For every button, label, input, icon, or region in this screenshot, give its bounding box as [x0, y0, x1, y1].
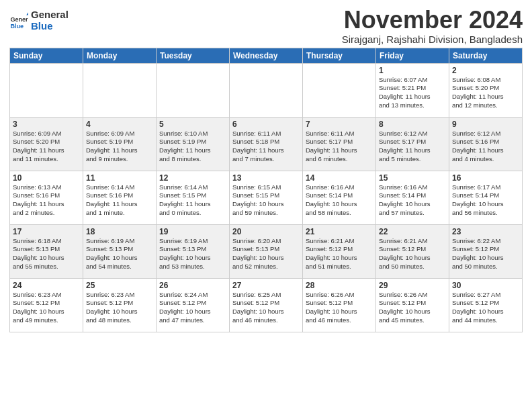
- location-title: Sirajganj, Rajshahi Division, Bangladesh: [342, 34, 523, 45]
- day-info: Sunrise: 6:21 AM Sunset: 5:12 PM Dayligh…: [306, 237, 373, 271]
- table-row: 1Sunrise: 6:07 AM Sunset: 5:21 PM Daylig…: [376, 63, 449, 117]
- day-info: Sunrise: 6:11 AM Sunset: 5:17 PM Dayligh…: [306, 130, 373, 164]
- col-thursday: Thursday: [303, 48, 376, 63]
- col-sunday: Sunday: [10, 48, 83, 63]
- calendar-week-row: 3Sunrise: 6:09 AM Sunset: 5:20 PM Daylig…: [10, 117, 523, 171]
- day-info: Sunrise: 6:11 AM Sunset: 5:18 PM Dayligh…: [232, 130, 300, 164]
- table-row: 12Sunrise: 6:14 AM Sunset: 5:15 PM Dayli…: [157, 171, 230, 224]
- table-row: 7Sunrise: 6:11 AM Sunset: 5:17 PM Daylig…: [303, 117, 376, 171]
- day-info: Sunrise: 6:26 AM Sunset: 5:12 PM Dayligh…: [379, 291, 446, 325]
- table-row: 15Sunrise: 6:16 AM Sunset: 5:14 PM Dayli…: [376, 171, 449, 224]
- table-row: 8Sunrise: 6:12 AM Sunset: 5:17 PM Daylig…: [376, 117, 449, 171]
- logo: General Blue General Blue: [9, 9, 69, 32]
- table-row: 3Sunrise: 6:09 AM Sunset: 5:20 PM Daylig…: [10, 117, 83, 171]
- day-info: Sunrise: 6:12 AM Sunset: 5:16 PM Dayligh…: [452, 130, 519, 164]
- day-number: 8: [379, 120, 446, 129]
- table-row: 11Sunrise: 6:14 AM Sunset: 5:16 PM Dayli…: [83, 171, 157, 224]
- day-number: 6: [232, 120, 300, 129]
- day-number: 30: [452, 281, 519, 290]
- calendar-week-row: 10Sunrise: 6:13 AM Sunset: 5:16 PM Dayli…: [10, 171, 523, 224]
- day-info: Sunrise: 6:25 AM Sunset: 5:12 PM Dayligh…: [232, 291, 300, 325]
- table-row: 25Sunrise: 6:23 AM Sunset: 5:12 PM Dayli…: [83, 278, 157, 332]
- table-row: 18Sunrise: 6:19 AM Sunset: 5:13 PM Dayli…: [83, 224, 157, 278]
- day-info: Sunrise: 6:10 AM Sunset: 5:19 PM Dayligh…: [159, 130, 226, 164]
- day-info: Sunrise: 6:16 AM Sunset: 5:14 PM Dayligh…: [379, 183, 446, 218]
- table-row: 20Sunrise: 6:20 AM Sunset: 5:13 PM Dayli…: [230, 224, 303, 278]
- table-row: 10Sunrise: 6:13 AM Sunset: 5:16 PM Dayli…: [10, 171, 83, 224]
- day-info: Sunrise: 6:27 AM Sunset: 5:12 PM Dayligh…: [452, 291, 519, 325]
- day-number: 14: [306, 173, 373, 183]
- table-row: 9Sunrise: 6:12 AM Sunset: 5:16 PM Daylig…: [449, 117, 523, 171]
- day-info: Sunrise: 6:16 AM Sunset: 5:14 PM Dayligh…: [306, 183, 373, 218]
- table-row: 23Sunrise: 6:22 AM Sunset: 5:12 PM Dayli…: [449, 224, 523, 278]
- col-monday: Monday: [83, 48, 157, 63]
- day-info: Sunrise: 6:17 AM Sunset: 5:14 PM Dayligh…: [452, 183, 519, 218]
- table-row: 27Sunrise: 6:25 AM Sunset: 5:12 PM Dayli…: [230, 278, 303, 332]
- table-row: 24Sunrise: 6:23 AM Sunset: 5:12 PM Dayli…: [10, 278, 83, 332]
- header: General Blue General Blue November 2024 …: [9, 7, 523, 45]
- day-info: Sunrise: 6:14 AM Sunset: 5:16 PM Dayligh…: [86, 183, 153, 218]
- day-number: 27: [232, 281, 300, 290]
- calendar-week-row: 1Sunrise: 6:07 AM Sunset: 5:21 PM Daylig…: [10, 63, 523, 117]
- month-title: November 2024: [342, 7, 523, 34]
- day-info: Sunrise: 6:09 AM Sunset: 5:20 PM Dayligh…: [13, 130, 80, 164]
- day-number: 16: [452, 173, 519, 183]
- day-info: Sunrise: 6:15 AM Sunset: 5:15 PM Dayligh…: [232, 183, 300, 218]
- table-row: 2Sunrise: 6:08 AM Sunset: 5:20 PM Daylig…: [449, 63, 523, 117]
- col-saturday: Saturday: [449, 48, 523, 63]
- day-number: 22: [379, 227, 446, 236]
- day-number: 13: [232, 173, 300, 183]
- calendar-table: Sunday Monday Tuesday Wednesday Thursday…: [9, 48, 523, 332]
- table-row: [230, 63, 303, 117]
- table-row: 19Sunrise: 6:19 AM Sunset: 5:13 PM Dayli…: [157, 224, 230, 278]
- day-number: 28: [306, 281, 373, 290]
- day-info: Sunrise: 6:07 AM Sunset: 5:21 PM Dayligh…: [379, 76, 446, 110]
- day-number: 24: [13, 281, 80, 290]
- day-info: Sunrise: 6:22 AM Sunset: 5:12 PM Dayligh…: [452, 237, 519, 271]
- day-number: 12: [159, 173, 226, 183]
- day-number: 9: [452, 120, 519, 129]
- day-info: Sunrise: 6:18 AM Sunset: 5:13 PM Dayligh…: [13, 237, 80, 271]
- calendar-header-row: Sunday Monday Tuesday Wednesday Thursday…: [10, 48, 523, 63]
- day-info: Sunrise: 6:23 AM Sunset: 5:12 PM Dayligh…: [86, 291, 153, 325]
- day-number: 19: [159, 227, 226, 236]
- day-number: 26: [159, 281, 226, 290]
- day-info: Sunrise: 6:13 AM Sunset: 5:16 PM Dayligh…: [13, 183, 80, 218]
- day-number: 23: [452, 227, 519, 236]
- table-row: 5Sunrise: 6:10 AM Sunset: 5:19 PM Daylig…: [157, 117, 230, 171]
- day-number: 7: [306, 120, 373, 129]
- day-number: 4: [86, 120, 153, 129]
- day-info: Sunrise: 6:24 AM Sunset: 5:12 PM Dayligh…: [159, 291, 226, 325]
- table-row: 4Sunrise: 6:09 AM Sunset: 5:19 PM Daylig…: [83, 117, 157, 171]
- calendar-week-row: 24Sunrise: 6:23 AM Sunset: 5:12 PM Dayli…: [10, 278, 523, 332]
- calendar-week-row: 17Sunrise: 6:18 AM Sunset: 5:13 PM Dayli…: [10, 224, 523, 278]
- day-info: Sunrise: 6:12 AM Sunset: 5:17 PM Dayligh…: [379, 130, 446, 164]
- day-number: 10: [13, 173, 80, 183]
- table-row: 16Sunrise: 6:17 AM Sunset: 5:14 PM Dayli…: [449, 171, 523, 224]
- svg-text:Blue: Blue: [10, 23, 24, 30]
- day-info: Sunrise: 6:21 AM Sunset: 5:12 PM Dayligh…: [379, 237, 446, 271]
- table-row: 17Sunrise: 6:18 AM Sunset: 5:13 PM Dayli…: [10, 224, 83, 278]
- table-row: 28Sunrise: 6:26 AM Sunset: 5:12 PM Dayli…: [303, 278, 376, 332]
- table-row: 21Sunrise: 6:21 AM Sunset: 5:12 PM Dayli…: [303, 224, 376, 278]
- svg-text:General: General: [10, 16, 28, 23]
- day-info: Sunrise: 6:23 AM Sunset: 5:12 PM Dayligh…: [13, 291, 80, 325]
- day-number: 3: [13, 120, 80, 129]
- day-number: 17: [13, 227, 80, 236]
- day-number: 20: [232, 227, 300, 236]
- table-row: 29Sunrise: 6:26 AM Sunset: 5:12 PM Dayli…: [376, 278, 449, 332]
- table-row: [157, 63, 230, 117]
- table-row: [83, 63, 157, 117]
- svg-marker-2: [26, 12, 28, 15]
- col-tuesday: Tuesday: [157, 48, 230, 63]
- col-wednesday: Wednesday: [230, 48, 303, 63]
- logo-line2: Blue: [31, 21, 69, 32]
- day-info: Sunrise: 6:09 AM Sunset: 5:19 PM Dayligh…: [86, 130, 153, 164]
- title-block: November 2024 Sirajganj, Rajshahi Divisi…: [342, 7, 523, 45]
- day-info: Sunrise: 6:20 AM Sunset: 5:13 PM Dayligh…: [232, 237, 300, 271]
- table-row: 13Sunrise: 6:15 AM Sunset: 5:15 PM Dayli…: [230, 171, 303, 224]
- day-info: Sunrise: 6:14 AM Sunset: 5:15 PM Dayligh…: [159, 183, 226, 218]
- day-number: 5: [159, 120, 226, 129]
- table-row: [303, 63, 376, 117]
- day-number: 21: [306, 227, 373, 236]
